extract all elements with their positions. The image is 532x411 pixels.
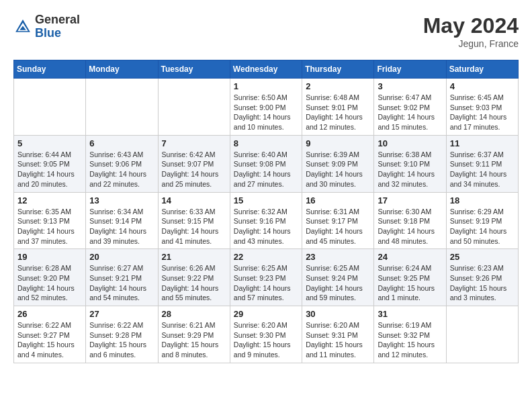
week-row-1: 1Sunrise: 6:50 AM Sunset: 9:00 PM Daylig…	[14, 79, 519, 136]
day-number: 17	[378, 195, 442, 205]
day-number: 16	[306, 195, 370, 205]
table-row: 24Sunrise: 6:24 AM Sunset: 9:25 PM Dayli…	[374, 249, 446, 306]
day-info: Sunrise: 6:35 AM Sunset: 9:13 PM Dayligh…	[17, 207, 82, 246]
day-number: 27	[89, 309, 154, 319]
day-info: Sunrise: 6:22 AM Sunset: 9:27 PM Dayligh…	[17, 320, 82, 360]
week-row-3: 12Sunrise: 6:35 AM Sunset: 9:13 PM Dayli…	[14, 192, 519, 249]
day-number: 25	[450, 252, 515, 262]
table-row: 29Sunrise: 6:20 AM Sunset: 9:30 PM Dayli…	[230, 306, 302, 363]
table-row: 26Sunrise: 6:22 AM Sunset: 9:27 PM Dayli…	[14, 306, 86, 363]
day-number: 11	[450, 138, 515, 148]
table-row: 2Sunrise: 6:48 AM Sunset: 9:01 PM Daylig…	[302, 79, 374, 136]
table-row: 15Sunrise: 6:32 AM Sunset: 9:16 PM Dayli…	[230, 192, 302, 249]
table-row: 7Sunrise: 6:42 AM Sunset: 9:07 PM Daylig…	[158, 135, 230, 192]
day-number: 23	[306, 252, 370, 262]
table-row: 8Sunrise: 6:40 AM Sunset: 9:08 PM Daylig…	[230, 135, 302, 192]
table-row: 31Sunrise: 6:19 AM Sunset: 9:32 PM Dayli…	[374, 306, 446, 363]
location: Jegun, France	[423, 38, 519, 49]
day-info: Sunrise: 6:25 AM Sunset: 9:24 PM Dayligh…	[306, 263, 370, 303]
day-info: Sunrise: 6:50 AM Sunset: 9:00 PM Dayligh…	[234, 93, 298, 132]
day-number: 14	[162, 195, 226, 205]
title-block: May 2024 Jegun, France	[423, 13, 519, 49]
day-number: 1	[234, 81, 298, 91]
table-row: 1Sunrise: 6:50 AM Sunset: 9:00 PM Daylig…	[230, 79, 302, 136]
table-row: 9Sunrise: 6:39 AM Sunset: 9:09 PM Daylig…	[302, 135, 374, 192]
table-row: 27Sunrise: 6:22 AM Sunset: 9:28 PM Dayli…	[86, 306, 158, 363]
table-row: 10Sunrise: 6:38 AM Sunset: 9:10 PM Dayli…	[374, 135, 446, 192]
table-row: 17Sunrise: 6:30 AM Sunset: 9:18 PM Dayli…	[374, 192, 446, 249]
weekday-header-row: SundayMondayTuesdayWednesdayThursdayFrid…	[14, 60, 519, 79]
table-row: 25Sunrise: 6:23 AM Sunset: 9:26 PM Dayli…	[446, 249, 518, 306]
day-number: 8	[234, 138, 298, 148]
table-row: 16Sunrise: 6:31 AM Sunset: 9:17 PM Dayli…	[302, 192, 374, 249]
table-row: 12Sunrise: 6:35 AM Sunset: 9:13 PM Dayli…	[14, 192, 86, 249]
table-row: 11Sunrise: 6:37 AM Sunset: 9:11 PM Dayli…	[446, 135, 518, 192]
day-number: 21	[162, 252, 226, 262]
weekday-header-thursday: Thursday	[302, 60, 374, 79]
logo-icon	[13, 17, 32, 36]
table-row: 5Sunrise: 6:44 AM Sunset: 9:05 PM Daylig…	[14, 135, 86, 192]
table-row: 30Sunrise: 6:20 AM Sunset: 9:31 PM Dayli…	[302, 306, 374, 363]
day-info: Sunrise: 6:44 AM Sunset: 9:05 PM Dayligh…	[17, 150, 82, 189]
day-info: Sunrise: 6:33 AM Sunset: 9:15 PM Dayligh…	[162, 207, 226, 246]
day-number: 5	[17, 138, 82, 148]
table-row: 13Sunrise: 6:34 AM Sunset: 9:14 PM Dayli…	[86, 192, 158, 249]
day-info: Sunrise: 6:43 AM Sunset: 9:06 PM Dayligh…	[89, 150, 154, 189]
day-number: 29	[234, 309, 298, 319]
table-row	[14, 79, 86, 136]
logo-blue: Blue	[35, 26, 61, 40]
calendar-table: SundayMondayTuesdayWednesdayThursdayFrid…	[13, 60, 519, 363]
day-info: Sunrise: 6:37 AM Sunset: 9:11 PM Dayligh…	[450, 150, 515, 189]
day-info: Sunrise: 6:21 AM Sunset: 9:29 PM Dayligh…	[162, 320, 226, 360]
day-info: Sunrise: 6:39 AM Sunset: 9:09 PM Dayligh…	[306, 150, 370, 189]
day-number: 13	[89, 195, 154, 205]
day-info: Sunrise: 6:45 AM Sunset: 9:03 PM Dayligh…	[450, 93, 515, 132]
day-info: Sunrise: 6:23 AM Sunset: 9:26 PM Dayligh…	[450, 263, 515, 303]
table-row: 4Sunrise: 6:45 AM Sunset: 9:03 PM Daylig…	[446, 79, 518, 136]
table-row	[446, 306, 518, 363]
day-info: Sunrise: 6:47 AM Sunset: 9:02 PM Dayligh…	[378, 93, 442, 132]
logo: General Blue	[13, 13, 80, 40]
logo-text: General Blue	[35, 13, 80, 40]
weekday-header-wednesday: Wednesday	[230, 60, 302, 79]
table-row: 21Sunrise: 6:26 AM Sunset: 9:22 PM Dayli…	[158, 249, 230, 306]
table-row: 28Sunrise: 6:21 AM Sunset: 9:29 PM Dayli…	[158, 306, 230, 363]
weekday-header-tuesday: Tuesday	[158, 60, 230, 79]
day-number: 10	[378, 138, 442, 148]
day-info: Sunrise: 6:40 AM Sunset: 9:08 PM Dayligh…	[234, 150, 298, 189]
day-info: Sunrise: 6:32 AM Sunset: 9:16 PM Dayligh…	[234, 207, 298, 246]
week-row-5: 26Sunrise: 6:22 AM Sunset: 9:27 PM Dayli…	[14, 306, 519, 363]
day-number: 20	[89, 252, 154, 262]
week-row-2: 5Sunrise: 6:44 AM Sunset: 9:05 PM Daylig…	[14, 135, 519, 192]
day-info: Sunrise: 6:34 AM Sunset: 9:14 PM Dayligh…	[89, 207, 154, 246]
day-info: Sunrise: 6:29 AM Sunset: 9:19 PM Dayligh…	[450, 207, 515, 246]
day-number: 7	[162, 138, 226, 148]
day-info: Sunrise: 6:22 AM Sunset: 9:28 PM Dayligh…	[89, 320, 154, 360]
day-number: 4	[450, 81, 515, 91]
weekday-header-monday: Monday	[86, 60, 158, 79]
table-row	[158, 79, 230, 136]
day-number: 28	[162, 309, 226, 319]
day-info: Sunrise: 6:26 AM Sunset: 9:22 PM Dayligh…	[162, 263, 226, 303]
week-row-4: 19Sunrise: 6:28 AM Sunset: 9:20 PM Dayli…	[14, 249, 519, 306]
day-info: Sunrise: 6:20 AM Sunset: 9:30 PM Dayligh…	[234, 320, 298, 360]
month-title: May 2024	[423, 13, 519, 38]
day-number: 9	[306, 138, 370, 148]
logo-general: General	[35, 13, 80, 26]
table-row: 22Sunrise: 6:25 AM Sunset: 9:23 PM Dayli…	[230, 249, 302, 306]
table-row: 19Sunrise: 6:28 AM Sunset: 9:20 PM Dayli…	[14, 249, 86, 306]
table-row	[86, 79, 158, 136]
table-row: 3Sunrise: 6:47 AM Sunset: 9:02 PM Daylig…	[374, 79, 446, 136]
weekday-header-saturday: Saturday	[446, 60, 518, 79]
table-row: 20Sunrise: 6:27 AM Sunset: 9:21 PM Dayli…	[86, 249, 158, 306]
day-info: Sunrise: 6:48 AM Sunset: 9:01 PM Dayligh…	[306, 93, 370, 132]
weekday-header-sunday: Sunday	[14, 60, 86, 79]
day-info: Sunrise: 6:42 AM Sunset: 9:07 PM Dayligh…	[162, 150, 226, 189]
day-info: Sunrise: 6:30 AM Sunset: 9:18 PM Dayligh…	[378, 207, 442, 246]
day-number: 6	[89, 138, 154, 148]
table-row: 14Sunrise: 6:33 AM Sunset: 9:15 PM Dayli…	[158, 192, 230, 249]
day-info: Sunrise: 6:38 AM Sunset: 9:10 PM Dayligh…	[378, 150, 442, 189]
day-info: Sunrise: 6:25 AM Sunset: 9:23 PM Dayligh…	[234, 263, 298, 303]
day-info: Sunrise: 6:31 AM Sunset: 9:17 PM Dayligh…	[306, 207, 370, 246]
day-number: 2	[306, 81, 370, 91]
